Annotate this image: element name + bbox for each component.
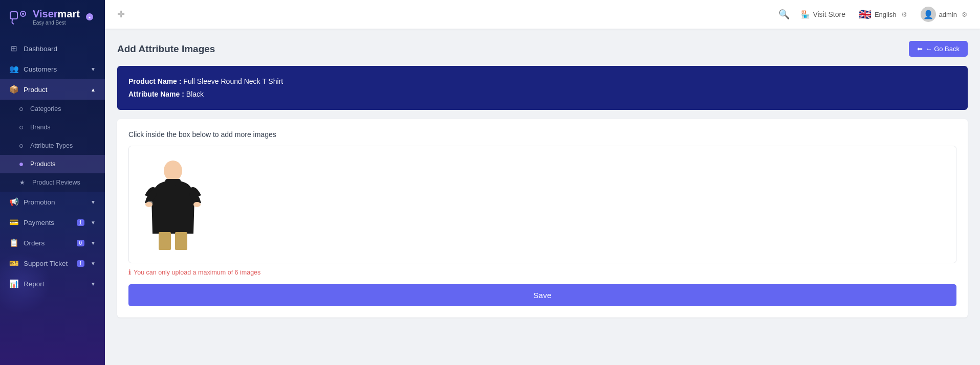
visit-store-label: Visit Store — [813, 10, 845, 18]
product-image — [137, 154, 209, 252]
sidebar-label-categories: Categories — [30, 105, 96, 112]
topbar: ✛ 🔍 🏪 Visit Store 🇬🇧 English ⚙ 👤 admin ⚙ — [105, 0, 980, 29]
dashboard-icon: ⊞ — [9, 44, 18, 53]
logo-icon — [8, 7, 28, 27]
product-info-card: Product Name : Full Sleeve Round Neck T … — [117, 66, 968, 110]
sidebar-item-dashboard[interactable]: ⊞ Dashboard — [0, 38, 105, 59]
product-name-label: Product Name : — [128, 77, 183, 85]
svg-point-3 — [164, 161, 182, 181]
payments-chevron-icon: ▼ — [91, 220, 96, 225]
page-title: Add Attribute Images — [117, 43, 215, 55]
language-settings-icon: ⚙ — [901, 11, 907, 18]
sidebar-item-categories[interactable]: Categories — [0, 100, 105, 118]
sidebar-navigation: ⊞ Dashboard 👥 Customers ▼ 📦 Product ▲ Ca… — [0, 34, 105, 365]
orders-chevron-icon: ▼ — [91, 240, 96, 246]
language-label: English — [875, 11, 897, 18]
sidebar-label-promotion: Promotion — [24, 198, 85, 206]
save-button[interactable]: Save — [128, 284, 956, 306]
product-name-line: Product Name : Full Sleeve Round Neck T … — [128, 75, 956, 88]
orders-badge: 0 — [77, 240, 85, 246]
search-icon[interactable]: 🔍 — [778, 9, 790, 20]
store-link-icon: 🏪 — [801, 10, 810, 18]
avatar: 👤 — [921, 7, 936, 22]
page-content: Add Attribute Images ⬅ ← Go Back Product… — [105, 29, 980, 365]
product-chevron-icon: ▲ — [91, 87, 96, 93]
sidebar-label-products: Products — [30, 161, 96, 168]
categories-dot-icon — [19, 107, 23, 111]
attribute-name-line: Attribute Name : Black — [128, 88, 956, 101]
visit-store-button[interactable]: 🏪 Visit Store — [801, 10, 845, 18]
product-submenu: Categories Brands Attribute Types Produc… — [0, 100, 105, 192]
orders-icon: 📋 — [9, 238, 18, 247]
upload-box[interactable] — [128, 146, 956, 263]
app-tagline: Easy and Best — [33, 20, 80, 26]
sidebar-item-brands[interactable]: Brands — [0, 118, 105, 136]
sidebar-label-customers: Customers — [24, 65, 85, 73]
user-label: admin — [939, 11, 957, 18]
info-circle-icon: ℹ — [128, 268, 131, 276]
sidebar-item-report[interactable]: 📊 Report ▼ — [0, 273, 105, 294]
flag-icon: 🇬🇧 — [859, 8, 872, 20]
sidebar-label-attribute-types: Attribute Types — [30, 142, 96, 149]
report-chevron-icon: ▼ — [91, 281, 96, 287]
sidebar-logo: Visermart Easy and Best ● — [0, 0, 105, 34]
sidebar-item-support-ticket[interactable]: 🎫 Support Ticket 1 ▼ — [0, 253, 105, 273]
go-back-label: ← Go Back — [926, 45, 960, 53]
sidebar-item-product-reviews[interactable]: ★ Product Reviews — [0, 173, 105, 192]
payments-icon: 💳 — [9, 218, 18, 227]
product-reviews-star-icon: ★ — [19, 179, 25, 186]
language-selector[interactable]: 🇬🇧 English ⚙ — [859, 8, 907, 20]
svg-point-2 — [22, 13, 24, 15]
sidebar-item-orders[interactable]: 📋 Orders 0 ▼ — [0, 233, 105, 253]
sidebar: Visermart Easy and Best ● ⊞ Dashboard 👥 … — [0, 0, 105, 365]
svg-rect-0 — [10, 12, 17, 19]
app-name-end: mart — [58, 8, 80, 19]
logo-badge: ● — [86, 13, 93, 20]
upload-hint-text: You can only upload a maximum of 6 image… — [134, 269, 260, 276]
user-settings-icon: ⚙ — [962, 11, 968, 18]
sidebar-item-promotion[interactable]: 📢 Promotion ▼ — [0, 192, 105, 212]
sidebar-label-dashboard: Dashboard — [24, 45, 96, 53]
main-area: ✛ 🔍 🏪 Visit Store 🇬🇧 English ⚙ 👤 admin ⚙… — [105, 0, 980, 365]
attribute-types-dot-icon — [19, 144, 23, 148]
sidebar-label-orders: Orders — [24, 239, 72, 247]
report-icon: 📊 — [9, 279, 18, 288]
go-back-button[interactable]: ⬅ ← Go Back — [909, 41, 968, 57]
promotion-chevron-icon: ▼ — [91, 199, 96, 205]
attribute-name-label: Attribute Name : — [128, 90, 186, 98]
support-ticket-chevron-icon: ▼ — [91, 261, 96, 266]
customers-icon: 👥 — [9, 64, 18, 74]
svg-rect-6 — [175, 232, 187, 250]
brands-dot-icon — [19, 126, 23, 129]
app-name: Visermart — [33, 9, 80, 19]
product-icon: 📦 — [9, 85, 18, 94]
upload-instruction: Click inside the box below to add more i… — [128, 130, 956, 139]
page-header: Add Attribute Images ⬅ ← Go Back — [117, 41, 968, 57]
svg-point-9 — [193, 202, 201, 207]
attribute-name-value: Black — [186, 90, 204, 98]
sidebar-item-attribute-types[interactable]: Attribute Types — [0, 136, 105, 155]
app-name-start: Viser — [33, 8, 58, 19]
sidebar-label-brands: Brands — [30, 124, 96, 131]
sidebar-label-product-reviews: Product Reviews — [32, 179, 96, 186]
promotion-icon: 📢 — [9, 197, 18, 207]
go-back-arrow-icon: ⬅ — [917, 45, 923, 53]
upload-hint: ℹ You can only upload a maximum of 6 ima… — [128, 268, 956, 276]
sidebar-label-report: Report — [24, 280, 85, 288]
products-dot-icon — [19, 163, 23, 166]
user-menu[interactable]: 👤 admin ⚙ — [921, 7, 968, 22]
sidebar-item-product[interactable]: 📦 Product ▲ — [0, 79, 105, 100]
product-name-value: Full Sleeve Round Neck T Shirt — [183, 77, 283, 85]
payments-badge: 1 — [77, 219, 85, 226]
support-ticket-badge: 1 — [77, 260, 85, 267]
sidebar-item-customers[interactable]: 👥 Customers ▼ — [0, 59, 105, 79]
grid-icon[interactable]: ✛ — [117, 9, 125, 20]
sidebar-label-support-ticket: Support Ticket — [24, 260, 72, 267]
sidebar-item-payments[interactable]: 💳 Payments 1 ▼ — [0, 212, 105, 233]
upload-section: Click inside the box below to add more i… — [117, 119, 968, 317]
sidebar-label-product: Product — [24, 86, 85, 94]
sidebar-item-products[interactable]: Products — [0, 155, 105, 173]
svg-rect-5 — [159, 232, 171, 250]
support-ticket-icon: 🎫 — [9, 259, 18, 268]
sidebar-label-payments: Payments — [24, 219, 72, 226]
